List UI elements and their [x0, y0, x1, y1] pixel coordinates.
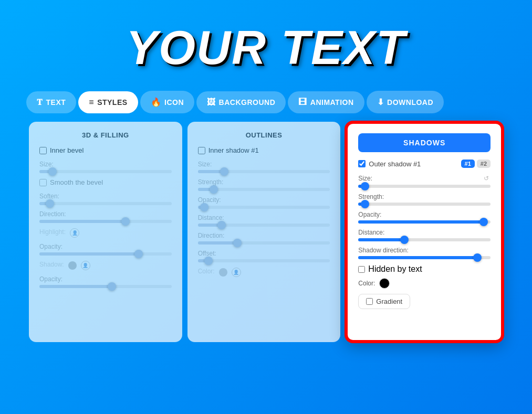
opacity-field-4: Opacity:	[358, 211, 491, 224]
size-reset-icon[interactable]: ↺	[482, 174, 491, 183]
gradient-checkbox[interactable]	[366, 298, 373, 305]
color-row-2: Color: 👤	[198, 268, 330, 277]
tab-download[interactable]: ⬇ DOWNLOAD	[367, 91, 444, 113]
panel2-title: OUTLINES	[198, 131, 330, 139]
distance-field-3: Distance:	[358, 229, 491, 241]
smooth-bevel-label: Smooth the bevel	[50, 178, 103, 186]
outer-shadow-label: Outer shadow #1	[369, 160, 421, 168]
tab-text[interactable]: 𝐓 TEXT	[26, 91, 76, 113]
offset-label: Offset:	[198, 250, 330, 257]
hidden-by-text-row: Hidden by text	[358, 264, 491, 274]
inner-bevel-label: Inner bevel	[50, 146, 84, 154]
panel-outlines: OUTLINES Inner shadow #1 Size: Strength:…	[187, 122, 341, 342]
inner-bevel-checkbox[interactable]	[39, 147, 47, 154]
color-person-icon-2: 👤	[232, 268, 241, 277]
opacity-slider-3[interactable]	[198, 206, 330, 209]
opacity-label-3: Opacity:	[198, 196, 330, 204]
direction-slider-2[interactable]	[198, 241, 330, 245]
shadow-badges: #1 #2	[461, 160, 491, 168]
tab-background[interactable]: 🖼 BACKGROUND	[196, 91, 286, 113]
strength-field-2: Strength:	[198, 178, 330, 191]
soften-slider[interactable]	[39, 202, 172, 205]
opacity-field-2: Opacity:	[39, 275, 172, 288]
shadow-direction-label: Shadow direction:	[358, 247, 491, 254]
color-dot-2	[219, 268, 227, 277]
opacity-label-1: Opacity:	[39, 243, 172, 250]
opacity-field-1: Opacity:	[39, 243, 172, 256]
outer-shadow-row: Outer shadow #1 #1 #2	[358, 160, 491, 168]
distance-label-3: Distance:	[358, 229, 491, 236]
panel-shadows: SHADOWS Outer shadow #1 #1 #2 Size: ↺	[346, 122, 503, 342]
tab-download-label: DOWNLOAD	[387, 98, 433, 107]
opacity-label-2: Opacity:	[39, 275, 172, 283]
color-label-3: Color:	[358, 280, 375, 287]
distance-slider-3[interactable]	[358, 238, 491, 241]
shadow-color-dot	[68, 261, 77, 270]
size-field-1: Size:	[39, 161, 172, 173]
badge-1[interactable]: #1	[461, 160, 475, 168]
styles-icon: ≡	[89, 98, 94, 107]
tab-background-label: BACKGROUND	[219, 98, 276, 107]
size-slider-3[interactable]	[358, 185, 491, 188]
opacity-slider-1[interactable]	[39, 252, 172, 256]
tab-styles-label: STYLES	[97, 98, 127, 107]
download-icon: ⬇	[377, 97, 384, 107]
tab-icon[interactable]: 🔥 ICON	[140, 91, 195, 113]
distance-label-2: Distance:	[198, 214, 330, 221]
smooth-bevel-checkbox[interactable]	[39, 179, 47, 186]
hero-title: YOUR TEXT	[0, 21, 532, 75]
direction-slider-1[interactable]	[39, 220, 172, 223]
panels-area: 3D & FILLING Inner bevel Size: Smooth th…	[0, 122, 532, 342]
opacity-label-4: Opacity:	[358, 211, 491, 218]
highlight-person-icon: 👤	[70, 228, 79, 238]
strength-field-3: Strength:	[358, 193, 491, 206]
tab-animation[interactable]: 🎞 ANIMATION	[288, 91, 364, 113]
shadow-direction-field: Shadow direction:	[358, 247, 491, 259]
direction-field-1: Direction:	[39, 210, 172, 223]
strength-slider-3[interactable]	[358, 203, 491, 206]
soften-label: Soften:	[39, 193, 172, 200]
shadow-direction-slider[interactable]	[358, 256, 491, 259]
tab-text-label: TEXT	[46, 98, 66, 107]
direction-field-2: Direction:	[198, 232, 330, 245]
offset-field: Offset:	[198, 250, 330, 262]
size-label-3: Size: ↺	[358, 174, 491, 183]
direction-label-2: Direction:	[198, 232, 330, 239]
strength-slider-2[interactable]	[198, 188, 330, 191]
size-slider-2[interactable]	[198, 170, 330, 173]
tab-animation-label: ANIMATION	[310, 98, 354, 107]
opacity-slider-2[interactable]	[39, 285, 172, 288]
badge-2[interactable]: #2	[477, 160, 491, 168]
outer-shadow-checkbox[interactable]	[358, 160, 366, 167]
gradient-label: Gradient	[376, 298, 402, 305]
shadow-row: Shadow: 👤	[39, 261, 172, 270]
size-field-2: Size:	[198, 161, 330, 173]
tab-bar: 𝐓 TEXT ≡ STYLES 🔥 ICON 🖼 BACKGROUND 🎞 AN…	[0, 91, 532, 113]
panel-3d-filling: 3D & FILLING Inner bevel Size: Smooth th…	[29, 122, 182, 342]
highlight-row: Highlight: 👤	[39, 228, 172, 238]
inner-shadow-label: Inner shadow #1	[208, 146, 259, 154]
hidden-by-text-label: Hidden by text	[368, 264, 422, 274]
shadow-person-icon: 👤	[81, 261, 90, 270]
shadow-color-dot-3[interactable]	[379, 278, 390, 289]
hidden-by-text-checkbox[interactable]	[358, 266, 365, 273]
distance-slider-2[interactable]	[198, 224, 330, 227]
shadows-header: SHADOWS	[358, 133, 491, 152]
size-field-3: Size: ↺	[358, 174, 491, 188]
hero-area: YOUR TEXT	[0, 0, 532, 91]
inner-shadow-checkbox[interactable]	[198, 147, 205, 154]
tab-styles[interactable]: ≡ STYLES	[78, 91, 138, 113]
distance-field-2: Distance:	[198, 214, 330, 227]
size-slider-1[interactable]	[39, 170, 172, 173]
shadow-label: Shadow:	[39, 261, 64, 268]
strength-label-3: Strength:	[358, 193, 491, 200]
highlight-label: Highlight:	[39, 228, 66, 236]
icon-icon: 🔥	[151, 97, 162, 107]
color-label-2: Color:	[198, 268, 215, 275]
offset-slider[interactable]	[198, 259, 330, 262]
opacity-slider-4[interactable]	[358, 220, 491, 224]
size-label-1: Size:	[39, 161, 172, 168]
gradient-row[interactable]: Gradient	[358, 294, 410, 309]
smooth-bevel-row: Smooth the bevel	[39, 178, 172, 186]
soften-field: Soften:	[39, 193, 172, 205]
